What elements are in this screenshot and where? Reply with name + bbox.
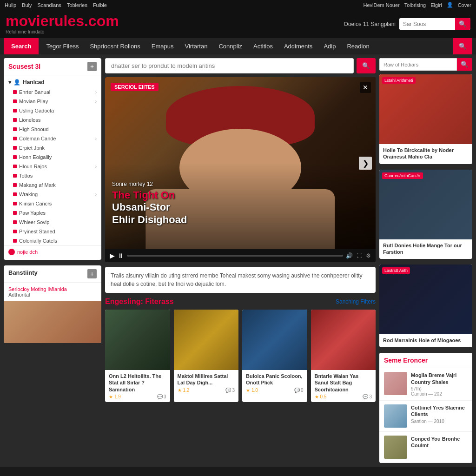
- promo-badge-1: CanrrecArithCan Ar: [382, 172, 423, 179]
- promo-title-1: Rutl Donies Holie Mange Tor our Farstion: [383, 242, 469, 256]
- play-button[interactable]: ▶: [110, 252, 115, 259]
- header: movierules.com Refulmine Inindato Ooeios…: [0, 10, 476, 38]
- volume-icon[interactable]: 🔊: [346, 252, 353, 259]
- blog-item-meta-0: 97fh): [411, 386, 468, 391]
- sidebar-box2-add-button[interactable]: +: [87, 269, 97, 278]
- movie-poster-3: [311, 310, 376, 370]
- item-icon: [13, 118, 17, 122]
- blog-item-1[interactable]: Cottiinel Yres Slaenne Clients Santion —…: [379, 401, 472, 432]
- video-next-button[interactable]: ❯: [359, 157, 372, 170]
- fullscreen-icon[interactable]: ⛶: [357, 252, 362, 259]
- list-item[interactable]: Tottos: [4, 171, 101, 180]
- sidebar-add-button[interactable]: +: [87, 62, 97, 71]
- item-icon: [13, 220, 17, 224]
- topbar-link-1[interactable]: Buly: [22, 2, 32, 8]
- list-item[interactable]: Colonially Catels: [4, 236, 101, 245]
- nav-item-6[interactable]: Addiments: [278, 38, 318, 54]
- list-item[interactable]: Makang af Mark: [4, 180, 101, 190]
- movie-poster-1: [174, 310, 239, 370]
- header-search-button[interactable]: 🔍: [455, 18, 470, 30]
- video-close-button[interactable]: ✕: [360, 82, 371, 93]
- topbar-right-0[interactable]: HevlDem Nouer: [363, 2, 399, 8]
- content-search-area: 🔍: [105, 58, 376, 73]
- blog-item-2[interactable]: Conped You Bronhe Coulmt: [379, 432, 472, 463]
- movie-rating-3: ★ 0.5: [315, 394, 327, 399]
- nav-item-1[interactable]: Shpriocsnt Rollons: [84, 38, 145, 54]
- blog-thumb-1: [384, 404, 407, 428]
- sidebar-user[interactable]: nojie dch: [4, 245, 101, 258]
- list-item[interactable]: Coleman Cande ›: [4, 134, 101, 143]
- logo-domain: .com: [84, 13, 119, 29]
- movie-card-2[interactable]: Buloica Panic Scoloon, Onott Plick ★ 1.0…: [242, 310, 307, 402]
- list-item[interactable]: Kiinsin Cancrs: [4, 199, 101, 208]
- video-progress-bar[interactable]: [127, 255, 343, 257]
- blog-thumb-2: [384, 436, 407, 459]
- search-button[interactable]: Search: [4, 38, 39, 54]
- list-item[interactable]: High Shooud: [4, 125, 101, 134]
- movies-grid: Onn L2 Heltoilits. The Stat all Sirlar ?…: [105, 310, 376, 402]
- nav-item-0[interactable]: Tegor Filess: [40, 38, 84, 54]
- topbar-right-3[interactable]: Cover: [458, 2, 471, 8]
- header-info: Ooeios 11 Sangplani: [344, 21, 396, 27]
- movie-card-0[interactable]: Onn L2 Heltoilits. The Stat all Sirlar ?…: [105, 310, 170, 402]
- topbar-right-1[interactable]: Tolbrising: [404, 2, 426, 8]
- list-item[interactable]: Paw Yaples: [4, 208, 101, 218]
- promo-card-1[interactable]: CanrrecArithCan Ar Rutl Donies Holie Man…: [379, 170, 472, 259]
- list-item[interactable]: Movian Pliay ›: [4, 97, 101, 106]
- blog-section: Seme Eroncer Mogiia Breme Vajri Country …: [379, 353, 472, 463]
- blog-item-0[interactable]: Mogiia Breme Vajri Country Shales 97fh) …: [379, 368, 472, 401]
- list-item[interactable]: Erpiet Jpnk: [4, 143, 101, 152]
- logo[interactable]: movierules.com Refulmine Inindato: [6, 13, 119, 34]
- movie-card-3[interactable]: Bntarle Waian Yas Sanul Stalt Bag Scorhi…: [311, 310, 376, 402]
- sidebar-box2-subtitle[interactable]: Serlocioy Moting IMlanida: [8, 286, 97, 292]
- nav-item-3[interactable]: Virtartan: [179, 38, 213, 54]
- sidebar-item-label: High Shooud: [19, 126, 97, 132]
- sidebar-item-label: Movian Pliay: [19, 99, 95, 104]
- promo-card-2[interactable]: Lastrstt Arith Rod Marralnis Hole of Mio…: [379, 264, 472, 347]
- list-item[interactable]: Wraking ›: [4, 190, 101, 199]
- content-search-button[interactable]: 🔍: [357, 58, 376, 73]
- sidebar-item-label: Honn Eoigaliiy: [19, 154, 97, 160]
- nav-item-8[interactable]: Readion: [341, 38, 375, 54]
- movie-card-1[interactable]: Maktol Millires Sattal Lal Day Digh... ★…: [174, 310, 239, 402]
- header-search-input[interactable]: [399, 19, 455, 30]
- movie-poster-2: [242, 310, 307, 370]
- nav-item-5[interactable]: Actitios: [248, 38, 278, 54]
- item-icon: [13, 146, 17, 150]
- promo-image-0: Lstahl Arithmeti: [379, 74, 472, 144]
- movie-meta-1: ★ 1.2 💬 3: [178, 388, 235, 393]
- right-search-button[interactable]: 🔍: [457, 58, 472, 71]
- content-search-input[interactable]: [105, 58, 354, 73]
- sidebar-box2-content: Serlocioy Moting IMlanida Adthorital: [4, 283, 101, 301]
- trending-filter[interactable]: Sanching Filters: [336, 298, 376, 305]
- video-description: Trails alsunry villain do uting strrerd …: [105, 267, 376, 293]
- topbar-link-3[interactable]: Tobleries: [67, 2, 87, 8]
- item-icon: [13, 183, 17, 187]
- topbar-right-2[interactable]: Elgiri: [430, 2, 442, 8]
- topbar-link-4[interactable]: Fulble: [93, 2, 107, 8]
- settings-icon[interactable]: ⚙: [366, 252, 371, 259]
- list-item[interactable]: Lioneloss: [4, 115, 101, 125]
- topbar-link-0[interactable]: Hullp: [5, 2, 16, 8]
- list-item[interactable]: Honn Eoigaliiy: [4, 152, 101, 162]
- sidebar-section-header[interactable]: ▾ 👤 Hanlcad: [4, 77, 101, 87]
- movie-rating-1: ★ 1.2: [178, 388, 190, 393]
- list-item[interactable]: Hloun Rajos ›: [4, 162, 101, 171]
- list-item[interactable]: Enrter Banual ›: [4, 87, 101, 97]
- nav-item-2[interactable]: Emapus: [146, 38, 179, 54]
- main-layout: Scusest 3l + ▾ 👤 Hanlcad Enrter Banual ›…: [0, 54, 476, 467]
- list-item[interactable]: Whleer Sovlp: [4, 218, 101, 227]
- topbar-link-2[interactable]: Scandians: [37, 2, 61, 8]
- movie-poster-0: [105, 310, 170, 370]
- right-search-input[interactable]: [379, 58, 457, 71]
- pause-button[interactable]: ⏸: [118, 252, 124, 259]
- chevron-right-icon: ›: [95, 136, 97, 141]
- list-item[interactable]: Usling Gadocta: [4, 106, 101, 115]
- promo-card-0[interactable]: Lstahl Arithmeti Holie To Birckcalite by…: [379, 74, 472, 164]
- nav-search-icon-button[interactable]: 🔍: [453, 38, 472, 54]
- nav-item-4[interactable]: Connpliz: [213, 38, 248, 54]
- nav-item-7[interactable]: Adip: [318, 38, 341, 54]
- list-item[interactable]: Pryinest Staned: [4, 227, 101, 236]
- sidebar-username: nojie dch: [17, 249, 38, 255]
- promo-title-0: Holie To Birckcalite by Noder Orainesst …: [383, 147, 469, 160]
